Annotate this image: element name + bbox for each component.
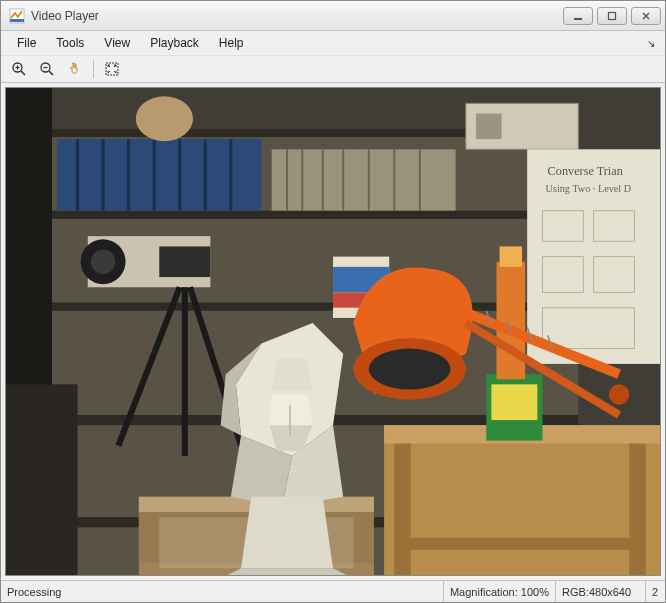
svg-point-37: [136, 96, 193, 141]
svg-rect-41: [159, 246, 210, 277]
window-title: Video Player: [31, 9, 563, 23]
app-window: Video Player File Tools View Playback He…: [0, 0, 666, 603]
statusbar: Processing Magnification: 100% RGB:480x6…: [1, 580, 665, 602]
svg-rect-89: [6, 384, 78, 576]
svg-marker-83: [221, 568, 354, 576]
svg-point-69: [609, 384, 629, 404]
titlebar: Video Player: [1, 1, 665, 31]
toolbar: [1, 55, 665, 83]
content-area: Converse Trian Using Two · Level D: [1, 83, 665, 580]
close-button[interactable]: [631, 7, 661, 25]
svg-rect-58: [394, 444, 410, 576]
svg-line-9: [49, 71, 53, 75]
svg-rect-1: [10, 19, 24, 22]
menu-playback[interactable]: Playback: [140, 33, 209, 53]
window-controls: [563, 7, 661, 25]
status-frame: 2: [645, 581, 665, 602]
svg-rect-27: [272, 149, 456, 210]
video-frame-image: Converse Trian Using Two · Level D: [6, 88, 660, 576]
status-format: RGB:480x640: [555, 581, 645, 602]
svg-marker-84: [270, 395, 313, 426]
menu-tools[interactable]: Tools: [46, 33, 94, 53]
svg-text:Using Two · Level D: Using Two · Level D: [546, 183, 632, 194]
menubar: File Tools View Playback Help ↘: [1, 31, 665, 55]
svg-rect-56: [384, 425, 660, 576]
zoom-in-button[interactable]: [7, 58, 31, 80]
svg-marker-82: [241, 497, 333, 569]
toolbar-overflow-icon[interactable]: ↘: [647, 38, 659, 49]
toolbar-separator: [93, 60, 94, 78]
svg-rect-63: [497, 262, 526, 380]
svg-line-5: [21, 71, 25, 75]
svg-rect-11: [106, 63, 118, 75]
svg-rect-2: [574, 18, 582, 20]
svg-rect-36: [476, 114, 502, 140]
svg-marker-86: [272, 359, 313, 390]
svg-rect-62: [491, 384, 537, 420]
svg-rect-3: [609, 12, 616, 19]
status-magnification: Magnification: 100%: [443, 581, 555, 602]
svg-rect-60: [394, 538, 645, 550]
svg-rect-59: [629, 444, 645, 576]
svg-text:Converse Trian: Converse Trian: [548, 164, 623, 178]
menu-help[interactable]: Help: [209, 33, 254, 53]
svg-point-66: [369, 349, 451, 390]
magnification-label: Magnification:: [450, 586, 518, 598]
fit-to-window-button[interactable]: [100, 58, 124, 80]
menu-view[interactable]: View: [94, 33, 140, 53]
pan-button[interactable]: [63, 58, 87, 80]
app-icon: [9, 8, 25, 24]
menu-file[interactable]: File: [7, 33, 46, 53]
magnification-value: 100%: [521, 586, 549, 598]
maximize-button[interactable]: [597, 7, 627, 25]
svg-point-40: [91, 249, 116, 274]
svg-rect-64: [500, 246, 522, 266]
video-viewport[interactable]: Converse Trian Using Two · Level D: [5, 87, 661, 576]
svg-rect-15: [47, 211, 578, 219]
status-state: Processing: [1, 581, 443, 602]
zoom-out-button[interactable]: [35, 58, 59, 80]
minimize-button[interactable]: [563, 7, 593, 25]
